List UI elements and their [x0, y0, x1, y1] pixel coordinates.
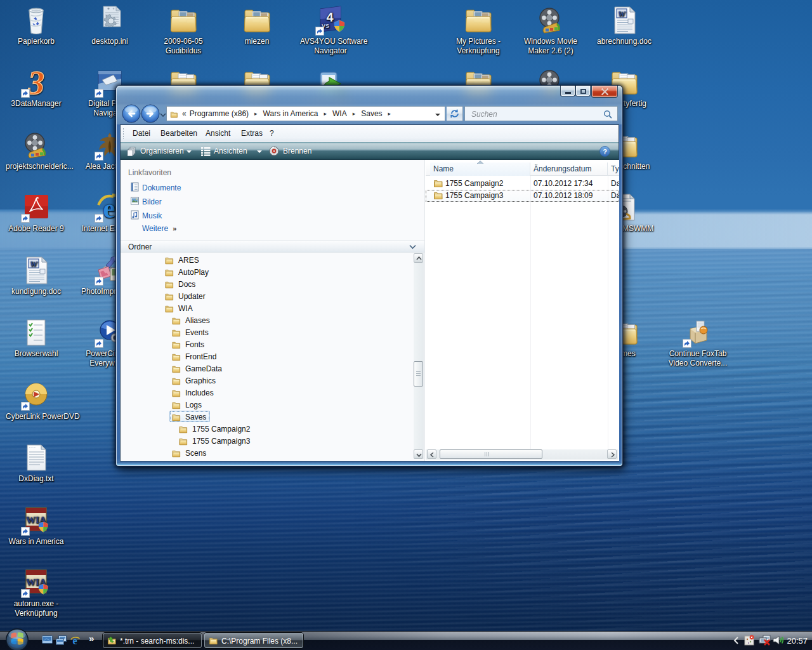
svg-text:?: ? [603, 148, 607, 156]
